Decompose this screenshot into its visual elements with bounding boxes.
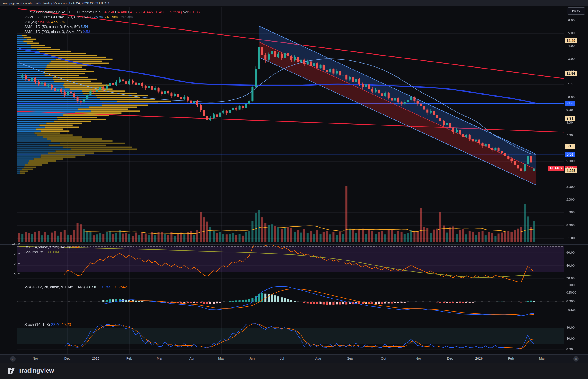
legend-segment: C (141, 10, 143, 14)
legend-segment: H (115, 10, 118, 14)
price-level-label-5.53: 5.53 (565, 152, 575, 157)
legend-segment: 40.20 (62, 322, 71, 327)
legend-segment: 22.40 (51, 322, 62, 327)
legend-segment: −30.99M (44, 250, 59, 254)
price-tick: 9.00 (566, 108, 573, 112)
legend-segment: 4.260 (104, 10, 115, 14)
time-tick: Mar (157, 357, 163, 360)
credit-text: savepiginvest created with TradingView.c… (2, 1, 110, 5)
legend-segment: Ø (81, 245, 85, 249)
volume-legend-row[interactable]: Vol (20) 961.8K 456.39K (24, 19, 200, 24)
price-tick: 5.000 (566, 159, 575, 163)
stoch-tick: 0.00 (566, 347, 573, 351)
time-tick: Oct (381, 357, 386, 360)
legend-segment: Ø (85, 245, 88, 249)
legend-segment: 0.0710 (86, 285, 98, 289)
price-tick: 7.00 (566, 134, 573, 137)
chart-canvas[interactable] (0, 0, 588, 379)
legend-segment: 725.8K (92, 15, 105, 19)
auto-scale-button[interactable]: A (573, 356, 579, 362)
price-tick: 10.00 (566, 95, 575, 99)
time-tick: 2026 (475, 357, 483, 360)
sma50-legend-row[interactable]: SMA · 1D (50, close, 0, SMA, 50) 5.54 (24, 24, 200, 29)
time-axis[interactable]: Z NovDec2025FebMarAprMayJunJulAugSepOctN… (0, 354, 588, 364)
time-tick: Apr (189, 357, 195, 360)
watermark-text: TradingView (18, 367, 54, 374)
legend-segment: Elliptic Laboratories ASA · 1D · Euronex… (24, 10, 102, 14)
accum-left-tick: −30M (9, 272, 20, 276)
rsi-tick: 20.00 (566, 276, 575, 280)
macd-tick: 0.5000 (566, 291, 576, 294)
rsi-tick: 60.00 (566, 251, 575, 254)
stoch-pane-legend[interactable]: Stoch (14, 1, 3) 22.40 40.20 (24, 322, 71, 327)
time-tick: Nov (33, 357, 38, 360)
time-tick: Feb (126, 357, 132, 360)
time-tick: May (218, 357, 224, 360)
time-tick: Jul (280, 357, 284, 360)
accum-left-tick: −15M (9, 243, 20, 246)
time-tick: 2025 (92, 357, 99, 360)
macd-tick: 0.0000 (566, 299, 576, 303)
price-tick: 13.00 (566, 57, 575, 60)
legend-segment: SMA · 1D (200, close, 0, SMA, 20) (24, 29, 83, 34)
time-tick: Jun (249, 357, 255, 360)
symbol-price-tag: ELABS (548, 166, 564, 171)
time-tick: Dec (64, 357, 70, 360)
price-tick: 8.00 (566, 121, 573, 124)
legend-segment: 961.8K (188, 10, 200, 14)
rsi-pane-legend[interactable]: RSI (14, close, SMA, 14, 2) 38.45 Ø Ø Ac… (24, 245, 88, 254)
price-tick: 1.000 (566, 210, 575, 214)
legend-segment: −0.1831 (99, 285, 113, 289)
rsi-legend-row[interactable]: RSI (14, close, SMA, 14, 2) 38.45 Ø Ø (24, 245, 88, 249)
legend-segment: Accum/Dist (24, 250, 44, 254)
stoch-tick: 40.00 (566, 337, 575, 340)
sma200-legend-row[interactable]: SMA · 1D (200, close, 0, SMA, 20) 9.53 (24, 29, 200, 34)
price-tick: 3.000 (566, 185, 575, 188)
legend-segment: SMA · 1D (50, close, 0, SMA, 50) (24, 25, 81, 29)
top-credit-bar: savepiginvest created with TradingView.c… (0, 0, 588, 6)
time-tick: Nov (416, 357, 421, 360)
legend-segment: 456.39K (51, 20, 65, 24)
tradingview-chart: savepiginvest created with TradingView.c… (0, 0, 588, 379)
main-legend[interactable]: Elliptic Laboratories ASA · 1D · Euronex… (24, 10, 200, 34)
macd-pane-legend[interactable]: MACD (12, 26, close, 9, EMA, EMA) 0.0710… (24, 284, 127, 289)
symbol-legend-row[interactable]: Elliptic Laboratories ASA · 1D · Euronex… (24, 10, 200, 14)
price-tick: 2.000 (566, 198, 575, 201)
price-level-label-8.31: 8.31 (565, 116, 575, 121)
price-tick: −1.000 (566, 236, 577, 240)
time-tick: Sep (347, 357, 353, 360)
legend-segment: Vol (20) (24, 20, 38, 24)
time-tick: Mar (539, 357, 545, 360)
timezone-button[interactable]: Z (10, 356, 16, 362)
tradingview-watermark[interactable]: TradingView (7, 367, 54, 374)
accum-dist-legend-row[interactable]: Accum/Dist −30.99M (24, 249, 88, 254)
time-tick: Aug (315, 357, 321, 360)
vrvp-legend-row[interactable]: VRVP (Number Of Rows, 70, Up/Down) 725.8… (24, 14, 200, 19)
stoch-legend-row[interactable]: Stoch (14, 1, 3) 22.40 40.20 (24, 322, 71, 327)
legend-segment: RSI (14, close, SMA, 14, 2) (24, 245, 71, 249)
price-level-label-14.40: 14.40 (565, 38, 577, 43)
legend-segment: Vol (183, 10, 188, 14)
price-level-label-6.15: 6.15 (565, 144, 575, 149)
legend-segment: VRVP (Number Of Rows, 70, Up/Down) (24, 15, 92, 19)
price-level-label-4.225: 4.225 (565, 168, 577, 173)
price-level-label-9.52: 9.52 (565, 101, 575, 106)
legend-segment: 4.480 (118, 10, 128, 14)
tradingview-logo-icon (7, 367, 16, 374)
macd-tick: 1.000 (566, 283, 575, 287)
legend-segment: −0.2542 (113, 285, 127, 289)
legend-segment: Stoch (14, 1, 3) (24, 322, 51, 327)
legend-segment: 38.45 (71, 245, 81, 249)
legend-segment: MACD (12, 26, close, 9, EMA, EMA) (24, 285, 86, 289)
macd-tick: −0.5000 (566, 308, 578, 312)
legend-segment: 967.36K (120, 15, 134, 19)
legend-segment: 961.8K (38, 20, 51, 24)
currency-button[interactable]: NOK (567, 7, 585, 15)
price-level-label-11.84: 11.84 (565, 71, 577, 76)
legend-segment: −0.455 (−9.29%) (154, 10, 183, 14)
macd-legend-row[interactable]: MACD (12, 26, close, 9, EMA, EMA) 0.0710… (24, 284, 127, 289)
price-tick: 14.00 (566, 44, 575, 47)
price-tick: 11.00 (566, 82, 574, 86)
footer-bar: TradingView (0, 363, 588, 379)
time-tick: Dec (447, 357, 453, 360)
